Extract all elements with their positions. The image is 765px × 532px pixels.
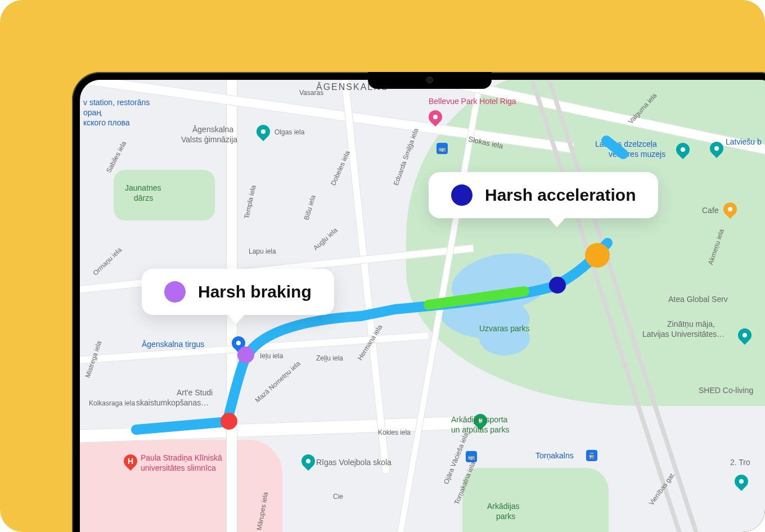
bus-stop-icon[interactable]: 🚌 — [436, 143, 448, 154]
poi-label: ораң — [83, 108, 101, 117]
poi-label: Āgenskalna tirgus — [142, 340, 204, 349]
callout-dot-icon — [164, 281, 186, 303]
park-label: Arkādijas — [487, 502, 520, 511]
park-area-arkadijas — [462, 468, 609, 532]
device-notch — [368, 72, 492, 89]
poi-label: Latviešu b — [726, 137, 762, 146]
poi-label: Zinātņu māja, — [667, 319, 715, 328]
train-stop-icon[interactable]: 🚆 — [586, 450, 597, 461]
park-label: parks — [496, 512, 515, 521]
poi-label: Latvijas dzelzceļa — [595, 139, 657, 148]
park-label: Arkādijas sporta — [451, 415, 507, 424]
street-label: Kolkasraga iela — [89, 399, 135, 407]
callout-harsh-braking[interactable]: Harsh braking — [142, 269, 334, 315]
event-marker-route-point[interactable] — [585, 243, 610, 268]
park-label: Jaunatnes — [125, 183, 161, 192]
park-label: un atpūtas parks — [451, 425, 510, 434]
poi-label: Art'e Studi — [177, 388, 213, 397]
callout-text: Harsh braking — [198, 282, 312, 301]
poi-label: Torņakalns — [536, 451, 574, 460]
poi-label: Paula Stradiņa Klīniskā — [141, 453, 222, 462]
street-label: Ormaņu iela — [91, 246, 123, 277]
poi-label: Rīgas Volejbola skola — [316, 458, 392, 467]
map-canvas[interactable]: ĀGENSKALNS v station, restorāns ораң кск… — [80, 80, 765, 532]
street-label: Lapu iela — [249, 247, 276, 255]
street-label: Augļu iela — [312, 226, 339, 252]
street-label: Vasaras — [299, 89, 323, 97]
poi-label: universitātes slimnīca — [141, 463, 216, 472]
screen: ĀGENSKALNS v station, restorāns ораң кск… — [80, 80, 765, 532]
park-label: dārzs — [134, 193, 153, 202]
street-label: Sabiles iela — [105, 140, 128, 174]
device-bezel: ĀGENSKALNS v station, restorāns ораң кск… — [72, 72, 765, 532]
street-label: Cie — [333, 493, 343, 501]
poi-label: skaistumkopšanas… — [136, 398, 209, 407]
event-marker-harsh-braking[interactable] — [237, 346, 254, 363]
poi-label: Āgenskalna — [192, 125, 233, 134]
street-label: Mazā Nometņu iela — [254, 359, 302, 404]
street-label: Bišu iela — [303, 194, 317, 220]
poi-label: 2. Tro — [730, 458, 750, 467]
event-marker-unknown[interactable] — [220, 413, 237, 430]
event-marker-harsh-acceleration[interactable] — [549, 277, 566, 294]
park-area-jaunatnes — [114, 170, 215, 220]
callout-harsh-acceleration[interactable]: Harsh acceleration — [429, 172, 658, 218]
street-label: Zeļļu iela — [316, 354, 343, 362]
callout-dot-icon — [451, 184, 472, 206]
street-label: Ieļu iela — [260, 352, 283, 360]
street-label: Olgas iela — [274, 128, 304, 136]
road — [340, 80, 390, 474]
camera-icon — [426, 76, 433, 83]
street-label: Dobeles iela — [329, 150, 352, 187]
street-label: Kokles iela — [378, 429, 411, 436]
street-label: Templa iela — [242, 184, 257, 219]
poi-label: Atea Global Serv — [668, 295, 728, 304]
poi-label: Valsts ģimnāzija — [181, 135, 237, 144]
product-frame: ĀGENSKALNS v station, restorāns ораң кск… — [0, 0, 765, 532]
poi-label: Bellevue Park Hotel Riga — [429, 97, 516, 106]
poi-label: SHED Co-living — [699, 386, 753, 395]
park-label: Uzvaras parks — [479, 324, 529, 333]
poi-marker-school-icon[interactable] — [254, 122, 273, 141]
callout-text: Harsh acceleration — [485, 186, 636, 205]
poi-marker-icon[interactable] — [732, 472, 751, 491]
poi-label: Latvijas Universitātes… — [642, 330, 724, 339]
poi-label: кского плова — [83, 118, 130, 127]
poi-marker-icon[interactable] — [299, 452, 318, 471]
poi-label: Cafe — [702, 206, 719, 215]
poi-label: vēstures muzejs — [609, 150, 665, 159]
poi-label: v station, restorāns — [83, 98, 150, 107]
